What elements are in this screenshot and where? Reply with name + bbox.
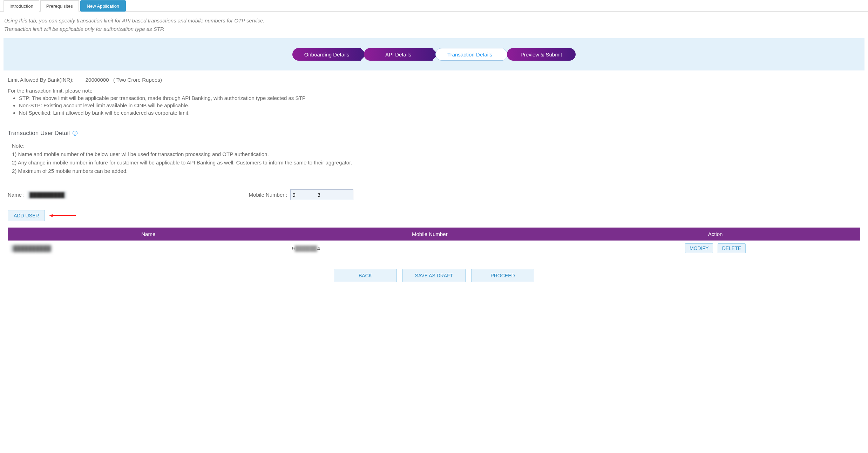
back-button[interactable]: BACK (334, 269, 397, 282)
intro-line-2: Transaction limit will be applicable onl… (4, 25, 864, 33)
name-label: Name : (8, 192, 25, 198)
user-notes-heading: Note: (12, 142, 860, 150)
delete-button[interactable]: DELETE (718, 243, 746, 253)
user-notes-block: Note: 1) Name and mobile number of the b… (12, 142, 860, 175)
step-transaction-details[interactable]: Transaction Details (435, 48, 504, 61)
mobile-number-input[interactable] (290, 189, 353, 200)
intro-line-1: Using this tab, you can specify transact… (4, 16, 864, 25)
limit-allowed-label: Limit Allowed By Bank(INR): (8, 77, 74, 83)
row-name-value: :██████████ (11, 245, 52, 252)
limit-note-item: Non-STP: Existing account level limit av… (19, 102, 860, 108)
row-mobile-prefix: 9 (292, 245, 295, 251)
mobile-number-label: Mobile Number : (249, 192, 287, 198)
add-user-button[interactable]: ADD USER (8, 210, 45, 221)
col-mobile-number: Mobile Number (289, 228, 571, 241)
limit-allowed-value: 20000000 (86, 77, 109, 83)
user-table: Name Mobile Number Action :██████████ 9█… (8, 228, 860, 256)
user-note-item: 2) Any change in mobile number in future… (12, 158, 860, 167)
info-icon[interactable]: i (73, 131, 77, 136)
user-note-item: 2) Maximum of 25 mobile numbers can be a… (12, 167, 860, 175)
svg-marker-1 (49, 214, 53, 217)
red-arrow-annotation (49, 213, 76, 218)
tab-new-application[interactable]: New Application (80, 0, 126, 12)
step-api-details[interactable]: API Details (364, 48, 433, 61)
col-action: Action (570, 228, 860, 241)
col-name: Name (8, 228, 289, 241)
save-as-draft-button[interactable]: SAVE AS DRAFT (402, 269, 466, 282)
tab-introduction[interactable]: Introduction (4, 0, 39, 12)
limit-notes-list: STP: The above limit will be applicable … (19, 95, 860, 116)
section-transaction-user-detail: Transaction User Detail i (8, 130, 860, 137)
limit-notes-heading: For the transaction limit, please note (8, 88, 860, 94)
row-mobile-suffix: 4 (317, 245, 320, 251)
row-mobile-mid: ██████ (295, 245, 317, 251)
table-row: :██████████ 9██████4 MODIFY DELETE (8, 241, 860, 256)
name-input-value: ██████████ (27, 191, 66, 199)
limit-note-item: STP: The above limit will be applicable … (19, 95, 860, 101)
tab-prerequisites[interactable]: Prerequisites (40, 0, 79, 12)
limit-allowed-words: ( Two Crore Rupees) (113, 77, 162, 83)
footer-buttons: BACK SAVE AS DRAFT PROCEED (8, 269, 860, 282)
top-tabs: Introduction Prerequisites New Applicati… (0, 0, 868, 12)
limit-note-item: Not Specified: Limit allowed by bank wil… (19, 110, 860, 116)
step-preview-submit[interactable]: Preview & Submit (507, 48, 576, 61)
user-note-item: 1) Name and mobile number of the below u… (12, 150, 860, 158)
proceed-button[interactable]: PROCEED (471, 269, 534, 282)
modify-button[interactable]: MODIFY (685, 243, 713, 253)
step-onboarding-details[interactable]: Onboarding Details (292, 48, 361, 61)
stepper: Onboarding Details API Details Transacti… (4, 38, 864, 70)
intro-text: Using this tab, you can specify transact… (0, 12, 868, 38)
